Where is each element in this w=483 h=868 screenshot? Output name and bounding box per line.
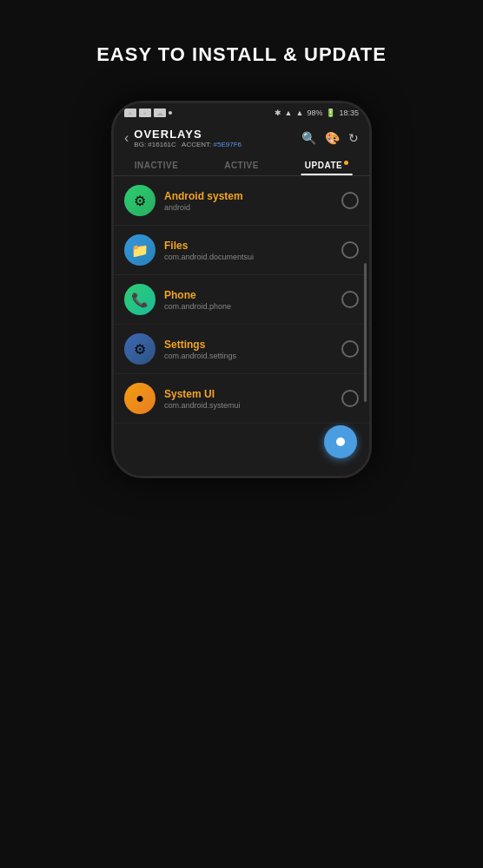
status-left-icons: ▪ ▪ ☁ bbox=[124, 108, 172, 117]
app-icon-phone: 📞 bbox=[124, 284, 155, 315]
app-info-systemui: System UI com.android.systemui bbox=[164, 388, 333, 410]
status-dot bbox=[169, 111, 172, 115]
app-package: com.android.documentsui bbox=[164, 253, 333, 261]
list-item[interactable]: ⚙ Android system android bbox=[114, 176, 369, 226]
time-display: 18:35 bbox=[339, 108, 359, 117]
header-left: ‹ OVERLAYS BG: #16161C ACCENT: #5E97F6 bbox=[124, 128, 242, 148]
accent-value: #5E97F6 bbox=[214, 141, 242, 148]
accent-label: ACCENT: bbox=[182, 141, 211, 148]
app-info-files: Files com.android.documentsui bbox=[164, 240, 333, 261]
tabs-bar: INACTIVE ACTIVE UPDATE bbox=[114, 154, 369, 176]
status-right: ✱ ▲ ▲ 98% 🔋 18:35 bbox=[275, 108, 359, 117]
app-package: com.android.settings bbox=[164, 352, 333, 360]
app-list: ⚙ Android system android 📁 Files com.and… bbox=[114, 176, 369, 476]
app-package: com.android.systemui bbox=[164, 401, 333, 410]
app-icon-settings: ⚙ bbox=[124, 333, 155, 365]
battery-icon: 🔋 bbox=[326, 108, 335, 117]
header-subtitle: BG: #16161C ACCENT: #5E97F6 bbox=[134, 141, 242, 148]
app-name: Phone bbox=[164, 289, 333, 301]
scrollbar bbox=[364, 263, 367, 402]
wifi-icon: ▲ bbox=[285, 108, 293, 117]
list-item[interactable]: ● System UI com.android.systemui bbox=[114, 374, 369, 424]
tab-inactive[interactable]: INACTIVE bbox=[114, 154, 199, 175]
phone-frame: ▪ ▪ ☁ ✱ ▲ ▲ 98% 🔋 18:35 ‹ OVERLAYS bbox=[111, 101, 372, 478]
battery-percent: 98% bbox=[307, 108, 322, 117]
search-icon[interactable]: 🔍 bbox=[301, 131, 316, 145]
radio-files[interactable] bbox=[341, 241, 359, 259]
app-package: com.android.phone bbox=[164, 302, 333, 311]
app-name: Files bbox=[164, 240, 333, 252]
update-dot bbox=[344, 161, 348, 165]
paint-icon[interactable]: 🎨 bbox=[325, 131, 340, 145]
overlays-title: OVERLAYS bbox=[134, 128, 242, 141]
status-icon-cloud: ☁ bbox=[154, 108, 166, 117]
signal-icon: ▲ bbox=[296, 108, 304, 117]
page-title: EASY TO INSTALL & UPDATE bbox=[96, 43, 387, 66]
header-title-block: OVERLAYS BG: #16161C ACCENT: #5E97F6 bbox=[134, 128, 242, 148]
refresh-icon[interactable]: ↻ bbox=[348, 131, 359, 145]
list-item[interactable]: ⚙ Settings com.android.settings bbox=[114, 325, 369, 374]
radio-settings[interactable] bbox=[341, 340, 359, 358]
app-icon-files: 📁 bbox=[124, 234, 155, 266]
list-item[interactable]: 📁 Files com.android.documentsui bbox=[114, 226, 369, 275]
header-icons: 🔍 🎨 ↻ bbox=[301, 131, 359, 145]
list-item[interactable]: 📞 Phone com.android.phone bbox=[114, 275, 369, 325]
app-icon-android-system: ⚙ bbox=[124, 185, 155, 216]
status-icon-img2: ▪ bbox=[139, 108, 151, 117]
back-button[interactable]: ‹ bbox=[124, 130, 129, 146]
status-bar: ▪ ▪ ☁ ✱ ▲ ▲ 98% 🔋 18:35 bbox=[114, 103, 369, 121]
fab-icon bbox=[336, 437, 345, 446]
header-bar: ‹ OVERLAYS BG: #16161C ACCENT: #5E97F6 🔍… bbox=[114, 121, 369, 154]
app-name: Settings bbox=[164, 339, 333, 351]
tab-active[interactable]: ACTIVE bbox=[199, 154, 284, 175]
app-icon-systemui: ● bbox=[124, 383, 155, 414]
radio-phone[interactable] bbox=[341, 291, 359, 308]
app-name: System UI bbox=[164, 388, 333, 400]
app-info-settings: Settings com.android.settings bbox=[164, 339, 333, 360]
tab-update[interactable]: UPDATE bbox=[284, 154, 369, 175]
app-info-phone: Phone com.android.phone bbox=[164, 289, 333, 311]
app-name: Android system bbox=[164, 190, 333, 202]
radio-android-system[interactable] bbox=[341, 192, 359, 209]
phone-mockup: ▪ ▪ ☁ ✱ ▲ ▲ 98% 🔋 18:35 ‹ OVERLAYS bbox=[111, 101, 372, 639]
bg-label: BG: #16161C bbox=[134, 141, 175, 148]
status-icon-img1: ▪ bbox=[124, 108, 136, 117]
app-package: android bbox=[164, 203, 333, 212]
bluetooth-icon: ✱ bbox=[275, 108, 281, 117]
app-info-android-system: Android system android bbox=[164, 190, 333, 212]
radio-systemui[interactable] bbox=[341, 390, 359, 407]
